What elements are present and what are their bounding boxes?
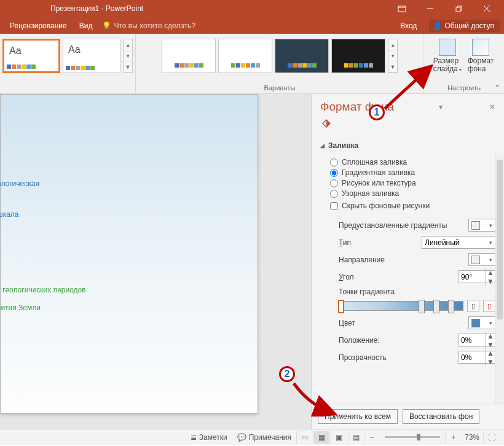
maximize-button[interactable]: [445, 2, 472, 15]
panel-close-icon[interactable]: ✕: [487, 103, 498, 111]
variant-thumb-4[interactable]: [331, 39, 385, 73]
gradient-stop-1[interactable]: [338, 300, 344, 313]
normal-view-button[interactable]: ▭: [296, 431, 312, 444]
stops-label: Точки градиента: [339, 288, 395, 296]
panel-body: Сплошная заливка Градиентная заливка Рис…: [312, 154, 504, 404]
minimize-button[interactable]: [417, 2, 444, 15]
fill-section-label: Заливка: [328, 141, 358, 150]
sorter-view-button[interactable]: ▦: [313, 431, 329, 444]
panel-menu-icon[interactable]: ▾: [436, 103, 445, 111]
direction-dropdown[interactable]: ▾: [468, 253, 495, 266]
slide-subtitle[interactable]: х геологических периодоввития Земли: [0, 279, 86, 315]
direction-label: Направление: [339, 256, 385, 264]
share-button[interactable]: 👤 Общий доступ: [429, 20, 500, 32]
check-hide-bg-graphics[interactable]: Скрыть фоновые рисунки: [330, 201, 495, 210]
radio-pattern-fill[interactable]: Узорная заливка: [330, 189, 495, 198]
configure-label: Настроить: [447, 84, 481, 92]
theme-aa: Aa: [9, 45, 22, 57]
variants-more[interactable]: ▴▾▼: [388, 39, 398, 73]
window-controls: [388, 2, 500, 15]
svg-rect-3: [456, 7, 460, 12]
themes-group: Aa Aa ▴▾▼: [0, 34, 136, 93]
format-background-panel: Формат фона ▾ ✕ ◢ Заливка Сплошная залив…: [311, 94, 504, 429]
panel-title: Формат фона: [320, 100, 394, 114]
gradient-stops-slider[interactable]: ▯ ▯: [339, 300, 495, 312]
zoom-slider[interactable]: [385, 436, 440, 438]
color-dropdown[interactable]: ▾: [468, 316, 495, 329]
angle-row: Угол 90°▲▼: [339, 270, 495, 283]
share-label: Общий доступ: [444, 22, 494, 30]
format-background-button[interactable]: Форматфона: [464, 36, 497, 73]
direction-row: Направление ▾: [339, 253, 495, 266]
zoom-handle[interactable]: [417, 434, 420, 440]
reading-view-button[interactable]: ▣: [331, 431, 347, 444]
themes-more[interactable]: ▴▾▼: [123, 39, 133, 73]
tab-view[interactable]: Вид: [73, 19, 99, 33]
preset-gradients-row: Предустановленные градиенты ▾: [339, 219, 495, 232]
tell-me-search[interactable]: 💡 Что вы хотите сделать?: [102, 22, 195, 30]
variant-thumb-1[interactable]: [162, 39, 216, 73]
theme-thumb-current[interactable]: Aa: [2, 39, 60, 73]
transparency-label: Прозрачность: [339, 353, 387, 362]
variant-thumb-3[interactable]: [275, 39, 329, 73]
transparency-spinner[interactable]: 0%▲▼: [459, 351, 495, 364]
color-row: Цвет ▾: [339, 316, 495, 329]
remove-stop-button[interactable]: ▯: [483, 300, 495, 312]
gradient-stop-3[interactable]: [433, 300, 439, 313]
ribbon-display-options[interactable]: [388, 2, 415, 15]
zoom-out-button[interactable]: −: [364, 431, 380, 444]
color-label: Цвет: [339, 319, 355, 327]
titlebar: Презентация1 - PowerPoint: [0, 0, 504, 17]
notes-button[interactable]: ≣Заметки: [186, 433, 232, 442]
variant-thumb-2[interactable]: [218, 39, 272, 73]
slide-title[interactable]: ологическаяшкала: [0, 161, 39, 223]
zoom-in-button[interactable]: +: [445, 431, 461, 444]
theme-aa: Aa: [68, 44, 81, 55]
slideshow-button[interactable]: ▤: [348, 431, 364, 444]
scrollbar-thumb[interactable]: [497, 160, 503, 319]
svg-rect-0: [398, 6, 406, 12]
window-title: Презентация1 - PowerPoint: [50, 4, 143, 13]
zoom-value[interactable]: 73%: [461, 433, 483, 442]
slide-size-button[interactable]: Размерслайда ▾: [431, 36, 464, 73]
tab-review[interactable]: Рецензирование: [4, 19, 73, 33]
tell-me-placeholder: Что вы хотите сделать?: [114, 22, 195, 30]
configure-group: Размерслайда ▾ Форматфона Настроить: [424, 34, 504, 93]
ribbon: Aa Aa ▴▾▼ ▴▾▼ Варианты Размерслайда ▾: [0, 34, 504, 94]
angle-spinner[interactable]: 90°▲▼: [459, 270, 495, 283]
collapse-ribbon-icon[interactable]: ⌃: [494, 84, 500, 92]
close-button[interactable]: [473, 2, 500, 15]
ribbon-tabs: Рецензирование Вид 💡 Что вы хотите сдела…: [0, 17, 504, 34]
status-bar: ≣Заметки 💬Примечания ▭ ▦ ▣ ▤ − + 73% ⛶: [0, 429, 504, 445]
slide-editor[interactable]: ологическаяшкала х геологических периодо…: [0, 94, 311, 429]
radio-picture-fill[interactable]: Рисунок или текстура: [330, 179, 495, 187]
apply-to-all-button[interactable]: Применить ко всем: [318, 409, 398, 424]
position-spinner[interactable]: 0%▲▼: [459, 334, 495, 346]
preset-label: Предустановленные градиенты: [339, 221, 447, 230]
type-dropdown[interactable]: Линейный▾: [422, 236, 495, 249]
comments-icon: 💬: [237, 433, 246, 442]
share-icon: 👤: [433, 22, 442, 30]
add-stop-button[interactable]: ▯: [467, 300, 479, 312]
type-row: Тип Линейный▾: [339, 236, 495, 249]
sign-in-link[interactable]: Вход: [394, 19, 423, 33]
workspace: ологическаяшкала х геологических периодо…: [0, 94, 504, 429]
bulb-icon: 💡: [102, 22, 111, 30]
preset-gradients-dropdown[interactable]: ▾: [468, 219, 495, 232]
variants-label: Варианты: [264, 84, 296, 92]
slide[interactable]: ологическаяшкала х геологических периодо…: [0, 94, 258, 413]
fill-section-header[interactable]: ◢ Заливка: [312, 138, 504, 154]
gradient-stop-2[interactable]: [419, 300, 425, 313]
gradient-track[interactable]: [339, 301, 463, 311]
notes-icon: ≣: [191, 433, 197, 442]
theme-thumb[interactable]: Aa: [63, 39, 120, 73]
panel-buttons: Применить ко всем Восстановить фон: [312, 404, 504, 429]
reset-background-button[interactable]: Восстановить фон: [403, 409, 479, 424]
panel-scrollbar[interactable]: [495, 154, 504, 404]
radio-solid-fill[interactable]: Сплошная заливка: [330, 158, 495, 166]
comments-button[interactable]: 💬Примечания: [232, 433, 296, 442]
fill-category-icon[interactable]: [312, 116, 504, 138]
fit-window-button[interactable]: ⛶: [483, 431, 499, 444]
gradient-stop-4[interactable]: [448, 300, 454, 313]
radio-gradient-fill[interactable]: Градиентная заливка: [330, 168, 495, 177]
